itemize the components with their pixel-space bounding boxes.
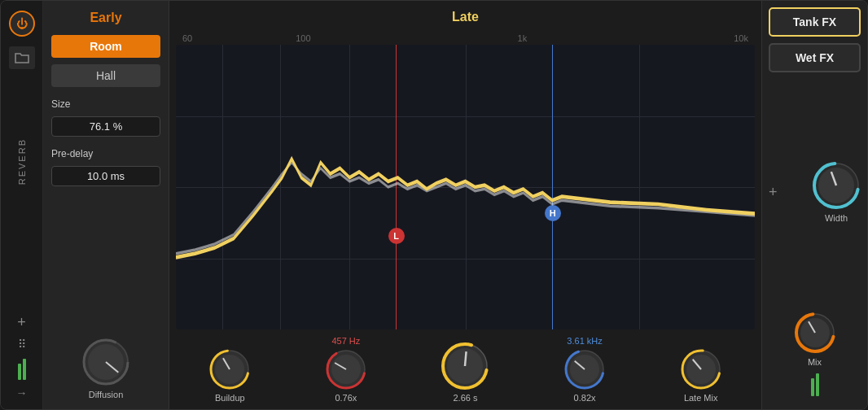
early-section: Early Room Hall Size 76.1 % Pre-delay 10… xyxy=(43,1,169,409)
buildup-label: Buildup xyxy=(215,393,245,403)
power-icon: ⏻ xyxy=(16,17,28,30)
bottom-controls: Buildup 457 Hz 0.76x xyxy=(169,329,761,409)
late-mix-group: Late Mix xyxy=(680,348,722,403)
right-middle: + Width xyxy=(769,79,861,305)
folder-icon xyxy=(15,52,29,63)
knob3[interactable] xyxy=(563,348,606,390)
early-title: Early xyxy=(51,11,160,25)
dots-button[interactable]: ⠿ xyxy=(18,338,26,351)
level-bar-2 xyxy=(23,359,26,380)
svg-line-15 xyxy=(465,351,467,366)
knob2-group: 2.66 s xyxy=(441,342,489,403)
right-bottom: Mix xyxy=(769,312,861,396)
power-button[interactable]: ⏻ xyxy=(9,11,35,37)
late-header: Late xyxy=(169,1,761,33)
sidebar-bottom: + ⠿ → xyxy=(16,314,28,399)
level-bars-right xyxy=(811,373,819,396)
sidebar-left: ⏻ REVERB + ⠿ → xyxy=(1,1,43,409)
mix-knob[interactable] xyxy=(794,312,836,354)
late-title: Late xyxy=(452,10,479,24)
diffusion-knob[interactable] xyxy=(81,338,130,386)
right-section: Tank FX Wet FX + Width xyxy=(761,1,867,409)
late-mix-knob[interactable] xyxy=(680,348,722,390)
folder-button[interactable] xyxy=(9,46,35,69)
tank-fx-button[interactable]: Tank FX xyxy=(769,7,861,37)
red-freq-label: 457 Hz xyxy=(331,336,360,346)
width-label: Width xyxy=(825,213,848,223)
knob1-label: 0.76x xyxy=(335,393,357,403)
level-bar-1 xyxy=(18,364,21,380)
room-button[interactable]: Room xyxy=(51,35,160,58)
knob1[interactable] xyxy=(325,348,367,390)
knob2[interactable] xyxy=(441,342,489,390)
diffusion-area: Diffusion xyxy=(51,338,160,399)
mix-label: Mix xyxy=(808,357,822,367)
spectrum-svg xyxy=(176,45,755,329)
knob3-group: 3.61 kHz 0.82x xyxy=(563,336,606,403)
blue-freq-label: 3.61 kHz xyxy=(567,336,602,346)
reverb-label: REVERB xyxy=(17,138,27,185)
plugin-container: ⏻ REVERB + ⠿ → Early Room Hall Size 76.1… xyxy=(0,0,868,410)
right-level-bar-1 xyxy=(811,378,814,396)
knob1-group: 457 Hz 0.76x xyxy=(325,336,367,403)
size-label: Size xyxy=(51,98,160,110)
arrow-button[interactable]: → xyxy=(16,386,28,399)
right-level-bar-2 xyxy=(816,373,819,396)
predelay-value[interactable]: 10.0 ms xyxy=(51,166,160,186)
add-button-right[interactable]: + xyxy=(769,184,778,201)
level-bars-left xyxy=(18,357,26,380)
knob3-label: 0.82x xyxy=(574,393,596,403)
spectrum-area: L H xyxy=(176,45,755,329)
buildup-knob[interactable] xyxy=(208,348,251,390)
buildup-group: Buildup xyxy=(208,348,251,403)
diffusion-label: Diffusion xyxy=(89,390,124,399)
wet-fx-button[interactable]: Wet FX xyxy=(769,43,861,72)
main-display: Late 60 100 1k 10k L xyxy=(169,1,761,409)
predelay-label: Pre-delay xyxy=(51,148,160,159)
hall-button[interactable]: Hall xyxy=(51,64,160,87)
knob2-label: 2.66 s xyxy=(454,393,478,403)
size-value[interactable]: 76.1 % xyxy=(51,116,160,137)
late-mix-label: Late Mix xyxy=(684,393,718,403)
width-knob[interactable] xyxy=(812,161,861,210)
add-button-left[interactable]: + xyxy=(17,314,26,331)
freq-labels: 60 100 1k 10k xyxy=(169,33,761,45)
width-group: Width xyxy=(812,161,861,223)
